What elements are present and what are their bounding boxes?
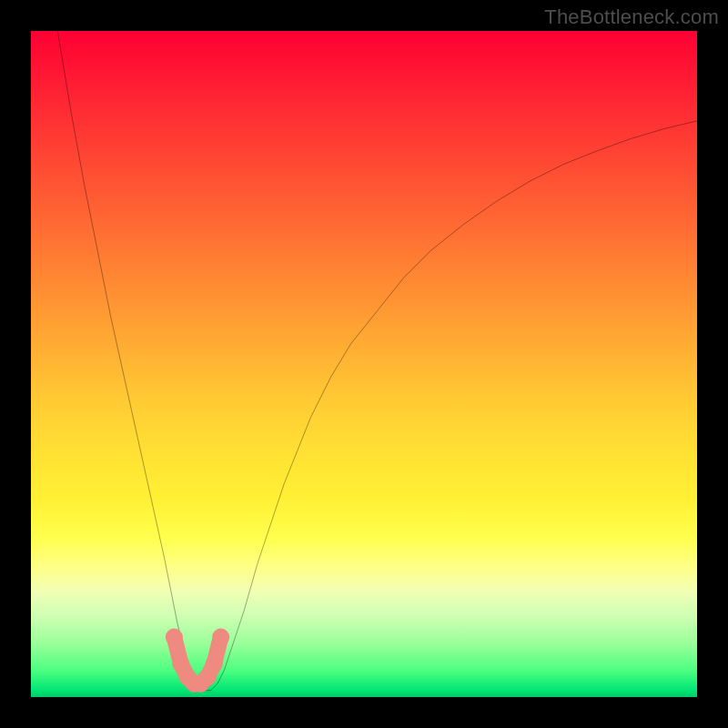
svg-point-6 [206, 655, 223, 672]
chart-plot-area [31, 31, 697, 697]
sweet-spot-markers [166, 629, 229, 693]
bottleneck-curve [57, 31, 697, 691]
svg-point-7 [212, 629, 229, 646]
chart-svg [31, 31, 697, 697]
svg-point-0 [166, 629, 183, 646]
chart-frame: TheBottleneck.com [0, 0, 728, 728]
watermark-text: TheBottleneck.com [544, 5, 719, 29]
